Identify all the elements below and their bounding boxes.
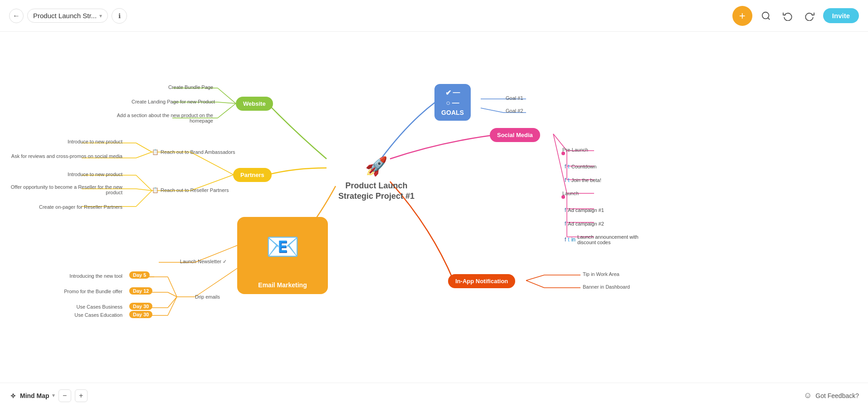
fb-icon: f — [565, 163, 566, 170]
center-node[interactable]: 🚀 Product Launch Strategic Project #1 — [331, 154, 422, 202]
launch-newsletter[interactable]: Launch Newsletter ✓ — [159, 259, 227, 265]
intro-new-product1[interactable]: Introduce to new product — [23, 139, 122, 144]
brand-ambassador-item[interactable]: 📋 Reach out to Brand Ambassadors — [152, 149, 235, 155]
feedback-label: Got Feedback? — [815, 392, 859, 399]
drip-emails[interactable]: Drip emails — [179, 294, 220, 300]
tw-icon2: t — [568, 177, 569, 183]
email-label: Email Marketing — [258, 281, 307, 289]
social-media-label: Social Media — [497, 132, 533, 138]
svg-line-3 — [481, 108, 503, 113]
zoom-out-button[interactable]: − — [59, 389, 71, 402]
search-button[interactable] — [758, 8, 774, 24]
redo-button[interactable] — [801, 8, 818, 24]
header-left: ← Product Launch Str... ▾ ℹ — [9, 8, 127, 24]
project-title-button[interactable]: Product Launch Str... ▾ — [27, 9, 108, 23]
project-title-label: Product Launch Str... — [33, 12, 97, 20]
tip-work-area[interactable]: Tip in Work Area — [583, 271, 619, 277]
center-title-line1: Product Launch — [331, 181, 422, 191]
use-cases-business[interactable]: Use Cases Business — [45, 304, 122, 310]
launch-label: Launch — [562, 191, 579, 196]
email-illustration: 📧 — [237, 217, 328, 276]
day5-tag[interactable]: Day 5 — [129, 271, 150, 279]
promo-bundle[interactable]: Promo for the Bundle offer — [45, 289, 122, 294]
svg-line-1 — [768, 18, 770, 20]
svg-line-24 — [218, 88, 236, 103]
mindmap-svg — [0, 32, 868, 383]
reseller-label: Reach out to Reseller Partners — [161, 187, 229, 193]
homepage-section[interactable]: Add a section about the new product on t… — [100, 113, 213, 123]
partners-node[interactable]: Partners — [233, 168, 272, 182]
goals-icons: ✔ — — [441, 88, 464, 97]
reseller-item[interactable]: 📋 Reach out to Reseller Partners — [152, 187, 229, 193]
footer-right[interactable]: ☺ Got Feedback? — [804, 391, 859, 400]
launch-dot — [561, 195, 565, 199]
minus-icon: — — [453, 88, 460, 97]
svg-point-57 — [12, 394, 15, 397]
countdown-item[interactable]: f t Countdown — [565, 163, 596, 170]
header: ← Product Launch Str... ▾ ℹ + Invite — [0, 0, 868, 32]
footer: Mind Map ▾ − + ☺ Got Feedback? — [0, 383, 868, 408]
use-cases-education[interactable]: Use Cases Education — [45, 312, 122, 318]
svg-line-20 — [526, 275, 544, 280]
offer-reseller[interactable]: Offer opportunity to become a Reseller f… — [5, 184, 122, 195]
tw-icon: t — [568, 163, 569, 170]
goal2-label[interactable]: Goal #2 — [506, 108, 523, 113]
svg-line-32 — [136, 143, 152, 152]
day30-tag1[interactable]: Day 30 — [129, 303, 152, 310]
minus-icon2: — — [452, 99, 459, 107]
mind-map-label: Mind Map — [20, 392, 49, 399]
zoom-in-button[interactable]: + — [75, 389, 88, 402]
fb-icon2: f — [565, 177, 566, 183]
feedback-icon: ☺ — [804, 391, 812, 400]
countdown-label: Countdown — [571, 164, 597, 169]
goals-node[interactable]: ✔ — ○ — GOALS — [434, 84, 471, 121]
ad1-label: Ad campaign #1 — [568, 207, 604, 213]
svg-line-46 — [195, 268, 238, 297]
fb-icon5: f — [565, 236, 566, 243]
day30-tag2[interactable]: Day 30 — [129, 311, 152, 318]
join-beta-label: Join the beta! — [571, 177, 601, 183]
list-icon2: 📋 — [152, 187, 159, 193]
ask-reviews[interactable]: Ask for reviews and cross-promos on soci… — [5, 153, 122, 159]
ad1-item[interactable]: f Ad campaign #1 — [565, 207, 604, 213]
partners-label: Partners — [240, 172, 264, 178]
svg-line-30 — [190, 152, 234, 175]
undo-button[interactable] — [780, 8, 796, 24]
back-button[interactable]: ← — [9, 9, 24, 23]
intro-new-product2[interactable]: Introduce to new product — [23, 172, 122, 177]
brand-label: Reach out to Brand Ambassadors — [161, 149, 235, 155]
rocket-icon: 🚀 — [331, 154, 422, 178]
ad2-item[interactable]: f Ad campaign #2 — [565, 221, 604, 227]
svg-line-26 — [218, 102, 236, 103]
add-button[interactable]: + — [732, 6, 752, 26]
invite-button[interactable]: Invite — [823, 8, 859, 23]
ad2-label: Ad campaign #2 — [568, 221, 604, 226]
svg-line-22 — [526, 280, 544, 288]
pre-launch-dot — [561, 152, 565, 155]
info-button[interactable]: ℹ — [112, 8, 127, 24]
title-dropdown-icon: ▾ — [99, 13, 102, 19]
intro-tool[interactable]: Introducing the new tool — [45, 273, 122, 279]
email-node[interactable]: 📧 Email Marketing — [237, 217, 328, 294]
check-icon: ✔ — [445, 88, 451, 97]
fb-icon3: f — [565, 207, 566, 213]
launch-announce-item[interactable]: f t in Launch announcement with discount… — [565, 234, 655, 245]
svg-line-48 — [168, 277, 177, 297]
canvas: 🚀 Product Launch Strategic Project #1 ✔ … — [0, 32, 868, 383]
goal1-label[interactable]: Goal #1 — [506, 95, 523, 101]
bundle-page[interactable]: Create Bundle Page — [132, 84, 213, 90]
day12-tag[interactable]: Day 12 — [129, 287, 152, 295]
landing-page[interactable]: Create Landing Page for new Product — [132, 99, 213, 104]
social-media-node[interactable]: Social Media — [490, 128, 540, 142]
mind-map-button[interactable]: Mind Map ▾ — [9, 392, 55, 400]
fb-icon4: f — [565, 221, 566, 227]
banner-dashboard[interactable]: Banner in Dashboard — [583, 284, 630, 290]
svg-line-42 — [136, 191, 152, 206]
mind-map-dropdown-icon: ▾ — [52, 393, 55, 398]
svg-line-34 — [136, 152, 152, 158]
website-node[interactable]: Website — [236, 97, 273, 111]
in-app-node[interactable]: In-App Notification — [448, 274, 515, 288]
join-beta-item[interactable]: f t Join the beta! — [565, 177, 601, 183]
create-onpager[interactable]: Create on-pager for Reseller Partners — [23, 204, 122, 210]
svg-line-28 — [218, 103, 236, 118]
